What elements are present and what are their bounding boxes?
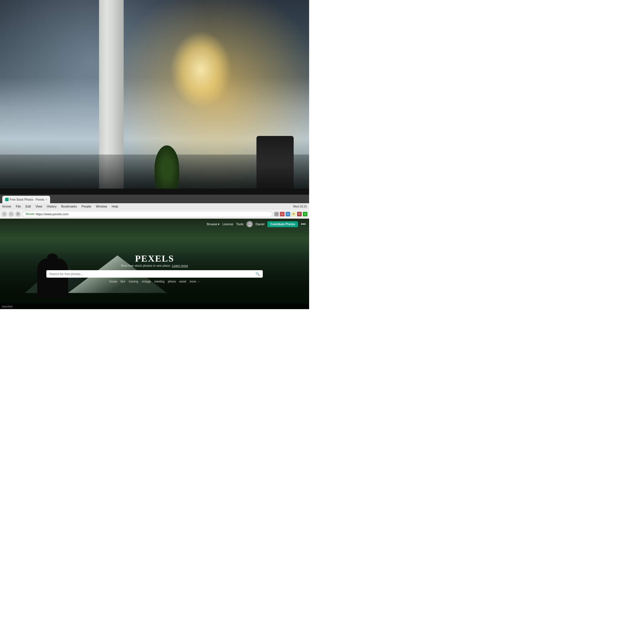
browser-tab-bar: Free Stock Photos · Pexels × — [0, 195, 309, 203]
license-link[interactable]: License — [222, 222, 233, 226]
tag-wood[interactable]: wood — [179, 280, 186, 283]
username-label: Daniel — [256, 222, 264, 226]
bookmark-icon[interactable]: ☆ — [274, 212, 279, 216]
reload-button[interactable]: ↻ — [15, 212, 21, 217]
pexels-navbar: Browse ▾ License Tools Daniel Contribute… — [0, 219, 309, 230]
office-window-light — [170, 31, 232, 108]
user-avatar[interactable] — [246, 221, 253, 227]
tab-title: Free Stock Photos · Pexels — [10, 198, 44, 201]
tag-blur[interactable]: blur — [120, 280, 125, 283]
menubar-view[interactable]: View — [35, 205, 42, 208]
forward-button[interactable]: › — [9, 212, 14, 217]
monitor-bezel — [0, 189, 309, 195]
menubar-people[interactable]: People — [82, 205, 91, 208]
tab-favicon — [5, 198, 9, 201]
ext-icon-2[interactable]: G — [286, 212, 290, 216]
office-plant — [155, 145, 179, 192]
back-button[interactable]: ‹ — [2, 212, 7, 217]
office-chair — [256, 136, 294, 191]
monitor-screen: Free Stock Photos · Pexels × hrome File … — [0, 195, 309, 309]
browser-tab[interactable]: Free Stock Photos · Pexels × — [2, 196, 50, 203]
menubar-window[interactable]: Window — [96, 205, 107, 208]
svg-point-0 — [249, 223, 250, 224]
menubar-app-name: hrome — [2, 205, 11, 208]
ext-icon-4[interactable]: R — [297, 212, 302, 216]
browse-arrow: ▾ — [218, 222, 220, 226]
tag-vintage[interactable]: vintage — [142, 280, 151, 283]
search-input[interactable] — [49, 272, 256, 276]
search-bar[interactable]: 🔍 — [46, 270, 263, 278]
search-icon: 🔍 — [256, 272, 260, 276]
pexels-tagline: Best free stock photos in one place. Lea… — [46, 264, 263, 267]
searches-statusbar: Searches — [0, 304, 309, 309]
menubar-history[interactable]: History — [47, 205, 57, 208]
tag-meeting[interactable]: meeting — [154, 280, 165, 283]
browser-toolbar: ‹ › ↻ Secure https://www.pexels.com ☆ M … — [0, 210, 309, 219]
ext-icon-1[interactable]: M — [280, 212, 285, 216]
menubar-help[interactable]: Help — [112, 205, 118, 208]
svg-point-1 — [248, 225, 251, 226]
more-options-button[interactable]: ••• — [301, 222, 306, 227]
hero-content: PEXELS Best free stock photos in one pla… — [46, 253, 263, 283]
pexels-website: Browse ▾ License Tools Daniel Contribute… — [0, 219, 309, 309]
menubar-edit[interactable]: Edit — [25, 205, 31, 208]
menubar-time: Wed 16:15 — [293, 205, 307, 208]
ext-icon-5[interactable]: S — [303, 212, 307, 216]
toolbar-extension-icons: ☆ M G P R S — [274, 212, 307, 216]
menubar-bookmarks[interactable]: Bookmarks — [61, 205, 77, 208]
browse-link[interactable]: Browse ▾ — [207, 222, 220, 226]
tag-house[interactable]: house — [109, 280, 117, 283]
address-url: https://www.pexels.com — [36, 212, 69, 216]
tag-more[interactable]: more → — [189, 280, 200, 283]
search-tags: house blur training vintage meeting phon… — [46, 280, 263, 283]
learn-more-link[interactable]: Learn more — [172, 264, 188, 267]
searches-label: Searches — [2, 305, 13, 308]
tag-phone[interactable]: phone — [168, 280, 176, 283]
pexels-title: PEXELS — [46, 253, 263, 264]
menubar-file[interactable]: File — [16, 205, 21, 208]
tab-close-button[interactable]: × — [46, 198, 47, 201]
ext-icon-3[interactable]: P — [291, 212, 296, 216]
tagline-text: Best free stock photos in one place. — [121, 264, 171, 267]
hero-section: Browse ▾ License Tools Daniel Contribute… — [0, 219, 309, 309]
pexels-nav-links: Browse ▾ License Tools Daniel Contribute… — [207, 221, 306, 227]
browse-label: Browse — [207, 222, 217, 226]
browser-menubar: hrome File Edit View History Bookmarks P… — [0, 203, 309, 210]
contribute-photos-button[interactable]: Contribute Photos — [267, 221, 298, 227]
tag-training[interactable]: training — [129, 280, 138, 283]
menubar-right: Wed 16:15 — [293, 205, 307, 208]
tools-link[interactable]: Tools — [236, 222, 244, 226]
address-bar[interactable]: Secure https://www.pexels.com — [22, 211, 272, 217]
secure-badge: Secure — [25, 212, 35, 216]
